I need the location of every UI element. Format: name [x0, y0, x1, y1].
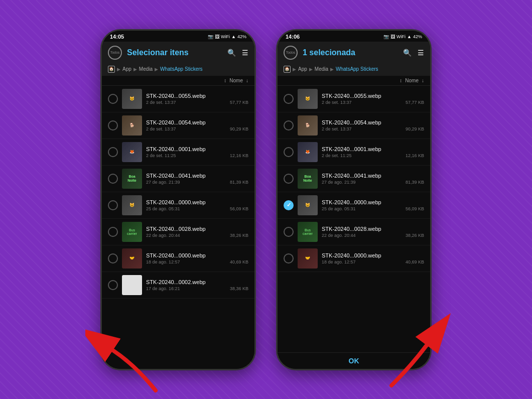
file-info-left-7: STK-20240...0002.webp 17 de ago. 16:21 3…: [146, 279, 248, 291]
file-size-left-7: 38,36 KB: [230, 286, 248, 291]
breadcrumb-app-left[interactable]: App: [122, 66, 131, 72]
file-date-right-6: 18 de ago. 12:57: [322, 259, 356, 264]
phone-right: 14:06 📷 🖼 WiFi ▲ 42% Todos 1 selecionada…: [276, 29, 432, 370]
file-info-left-0: STK-20240...0055.webp 2 de set. 13:37 57…: [146, 93, 248, 105]
file-size-left-2: 12,16 KB: [230, 153, 248, 158]
camera-icon-r: 📷: [383, 34, 389, 39]
file-item-right-1[interactable]: 🐕 STK-20240...0054.webp 2 de set. 13:37 …: [278, 112, 430, 139]
file-info-right-0: STK-20240...0055.webp 2 de set. 13:37 57…: [322, 93, 424, 105]
file-item-left-4[interactable]: 😺 STK-20240...0000.webp 25 de ago. 05:31…: [102, 192, 254, 219]
file-name-left-6: STK-20240...0000.webp: [146, 252, 248, 258]
file-meta-left-2: 2 de set. 11:25 12,16 KB: [146, 153, 248, 158]
checkbox-left-2[interactable]: [108, 147, 118, 157]
file-size-right-4: 56,09 KB: [406, 206, 424, 211]
header-left: Todos Selecionar itens 🔍 ☰: [102, 42, 254, 64]
file-name-left-0: STK-20240...0055.webp: [146, 93, 248, 99]
battery-icon: 42%: [237, 34, 246, 39]
checkbox-right-6[interactable]: [284, 253, 294, 263]
file-size-left-4: 56,09 KB: [230, 206, 248, 211]
file-info-right-5: STK-20240...0028.webp 22 de ago. 20:44 3…: [322, 226, 424, 238]
breadcrumb-media-left[interactable]: Media: [139, 66, 153, 72]
breadcrumb-stickers-right[interactable]: WhatsApp Stickers: [336, 66, 378, 72]
file-item-right-6[interactable]: 🤝 STK-20240...0000.webp 18 de ago. 12:57…: [278, 245, 430, 272]
ok-label[interactable]: OK: [349, 357, 359, 365]
sort-label-right[interactable]: Nome: [405, 78, 419, 83]
header-circle-left[interactable]: Todos: [108, 46, 122, 60]
file-meta-left-5: 22 de ago. 20:44 38,26 KB: [146, 233, 248, 238]
file-meta-left-3: 27 de ago. 21:39 81,39 KB: [146, 180, 248, 185]
file-item-left-3[interactable]: BoaNoite STK-20240...0041.webp 27 de ago…: [102, 166, 254, 192]
sort-arrow-right[interactable]: ↓: [422, 78, 424, 83]
file-date-left-3: 27 de ago. 21:39: [146, 180, 180, 185]
file-item-left-7[interactable]: STK-20240...0002.webp 17 de ago. 16:21 3…: [102, 272, 254, 299]
file-info-left-2: STK-20240...0001.webp 2 de set. 11:25 12…: [146, 146, 248, 158]
thumb-left-4: 😺: [122, 195, 142, 215]
checkbox-right-2[interactable]: [284, 147, 294, 157]
file-name-left-7: STK-20240...0002.webp: [146, 279, 248, 285]
header-right: Todos 1 selecionada 🔍 ☰: [278, 42, 430, 64]
file-date-right-3: 27 de ago. 21:39: [322, 180, 356, 185]
file-item-right-4[interactable]: 😺 STK-20240...0000.webp 25 de ago. 05:31…: [278, 192, 430, 219]
checkbox-right-1[interactable]: [284, 120, 294, 130]
file-item-right-2[interactable]: 🦊 STK-20240...0001.webp 2 de set. 11:25 …: [278, 139, 430, 166]
file-item-right-0[interactable]: 🐱 STK-20240...0055.webp 2 de set. 13:37 …: [278, 86, 430, 112]
checkbox-right-3[interactable]: [284, 174, 294, 184]
checkbox-left-6[interactable]: [108, 253, 118, 263]
file-date-right-2: 2 de set. 11:25: [322, 153, 352, 158]
phone-right-screen: 14:06 📷 🖼 WiFi ▲ 42% Todos 1 selecionada…: [278, 31, 430, 369]
file-item-right-5[interactable]: Buscarrier STK-20240...0028.webp 22 de a…: [278, 219, 430, 245]
signal-icon: ▲: [231, 34, 236, 39]
checkbox-right-0[interactable]: [284, 94, 294, 104]
breadcrumb-app-right[interactable]: App: [298, 66, 307, 72]
thumb-left-2: 🦊: [122, 142, 142, 162]
sep3-right: ▶: [330, 67, 334, 72]
checkbox-left-1[interactable]: [108, 120, 118, 130]
ok-button[interactable]: OK: [278, 352, 430, 369]
sort-bar-right: ↕ Nome ↓: [278, 76, 430, 86]
sort-bar-left: ↕ Nome ↓: [102, 76, 254, 86]
file-meta-right-5: 22 de ago. 20:44 38,26 KB: [322, 233, 424, 238]
thumb-left-7: [122, 275, 142, 295]
todos-label-right: Todos: [285, 47, 297, 59]
checkbox-left-3[interactable]: [108, 174, 118, 184]
breadcrumb-media-right[interactable]: Media: [315, 66, 328, 72]
home-icon-left[interactable]: 🏠: [108, 66, 115, 73]
checkbox-left-4[interactable]: [108, 200, 118, 210]
checkbox-right-5[interactable]: [284, 227, 294, 237]
screen-icon: 🖼: [215, 34, 219, 39]
file-date-right-5: 22 de ago. 20:44: [322, 233, 356, 238]
file-size-left-6: 40,69 KB: [230, 259, 248, 264]
file-item-right-3[interactable]: BoaNoite STK-20240...0041.webp 27 de ago…: [278, 166, 430, 192]
camera-icon: 📷: [208, 34, 213, 39]
file-size-left-5: 38,26 KB: [230, 233, 248, 238]
file-item-left-0[interactable]: 🐱 STK-20240...0055.webp 2 de set. 13:37 …: [102, 86, 254, 112]
battery-icon-r: 42%: [413, 34, 422, 39]
sort-label-left[interactable]: Nome: [229, 78, 243, 83]
file-item-left-1[interactable]: 🐕 STK-20240...0054.webp 2 de set. 13:37 …: [102, 112, 254, 139]
file-date-left-5: 22 de ago. 20:44: [146, 233, 180, 238]
header-circle-right[interactable]: Todos: [284, 46, 298, 60]
file-item-left-2[interactable]: 🦊 STK-20240...0001.webp 2 de set. 11:25 …: [102, 139, 254, 166]
home-icon-right[interactable]: 🏠: [284, 66, 291, 73]
breadcrumb-left: 🏠 ▶ App ▶ Media ▶ WhatsApp Stickers: [102, 64, 254, 76]
todos-label-left: Todos: [109, 47, 121, 59]
sep2-right: ▶: [309, 67, 313, 72]
file-info-left-6: STK-20240...0000.webp 18 de ago. 12:57 4…: [146, 252, 248, 264]
checkbox-left-0[interactable]: [108, 94, 118, 104]
file-date-left-1: 2 de set. 13:37: [146, 126, 176, 131]
file-item-left-5[interactable]: Buscarrier STK-20240...0028.webp 22 de a…: [102, 219, 254, 245]
menu-icon-right[interactable]: ☰: [418, 49, 424, 57]
file-date-left-7: 17 de ago. 16:21: [146, 286, 180, 291]
search-icon-left[interactable]: 🔍: [227, 49, 236, 57]
checkbox-right-4[interactable]: [284, 200, 294, 210]
file-date-right-4: 25 de ago. 05:31: [322, 206, 356, 211]
file-name-right-6: STK-20240...0000.webp: [322, 252, 424, 258]
sort-arrow-left[interactable]: ↓: [246, 78, 248, 83]
file-item-left-6[interactable]: 🤝 STK-20240...0000.webp 18 de ago. 12:57…: [102, 245, 254, 272]
search-icon-right[interactable]: 🔍: [403, 49, 412, 57]
breadcrumb-stickers-left[interactable]: WhatsApp Stickers: [160, 66, 202, 72]
checkbox-left-5[interactable]: [108, 227, 118, 237]
checkbox-left-7[interactable]: [108, 280, 118, 290]
screen-icon-r: 🖼: [390, 34, 395, 39]
menu-icon-left[interactable]: ☰: [242, 49, 248, 57]
